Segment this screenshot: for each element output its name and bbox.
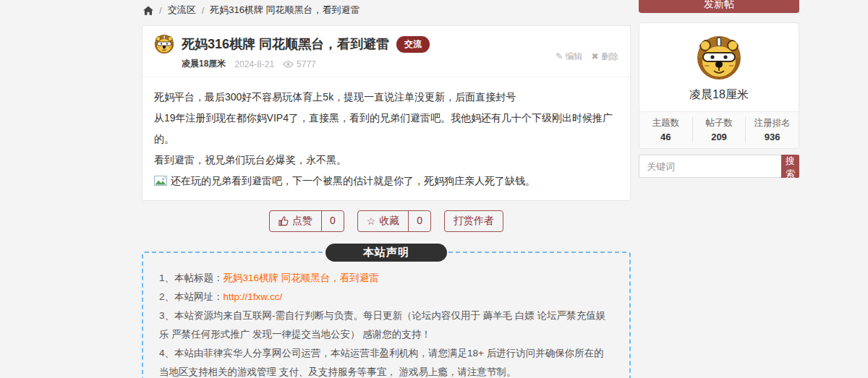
post-date: 2024-8-21 <box>234 59 274 69</box>
author-name[interactable]: 凌晨18厘米 <box>182 58 226 70</box>
stat-register-rank: 注册排名 936 <box>746 117 799 142</box>
star-icon: ☆ <box>367 215 376 227</box>
view-count: 5777 <box>297 59 316 69</box>
search-button[interactable]: 搜索 <box>781 155 799 178</box>
page-title: 死妈316棋牌 同花顺黑台，看到避雷 <box>182 35 389 53</box>
search-bar: 搜索 <box>639 155 799 178</box>
author-profile-card: 凌晨18厘米 主题数 46 帖子数 209 注册排名 936 <box>639 22 799 149</box>
main-column: / 交流区 / 死妈316棋牌 同花顺黑台，看到避雷 <box>142 0 631 378</box>
breadcrumb-separator: / <box>202 5 205 16</box>
reward-author-button[interactable]: 打赏作者 <box>444 210 503 232</box>
eye-icon <box>283 61 294 68</box>
author-avatar-large[interactable] <box>696 35 742 81</box>
declaration-item: 1、本帖标题：死妈316棋牌 同花顺黑台，看到避雷 <box>159 269 613 288</box>
breadcrumb-item-current: 死妈316棋牌 同花顺黑台，看到避雷 <box>210 4 359 17</box>
post-card: 死妈316棋牌 同花顺黑台，看到避雷 交流 凌晨18厘米 2024-8-21 5… <box>142 25 631 201</box>
action-bar: 点赞 0 ☆ 收藏 0 打赏作者 <box>142 210 631 232</box>
author-avatar-small[interactable] <box>154 34 174 54</box>
stat-topics: 主题数 46 <box>639 117 693 142</box>
new-post-button[interactable]: 发新帖 <box>639 0 799 13</box>
thumbs-up-icon <box>278 216 289 226</box>
favorite-button[interactable]: ☆ 收藏 0 <box>357 210 431 232</box>
stat-posts: 帖子数 209 <box>693 117 746 142</box>
declaration-post-link[interactable]: 死妈316棋牌 同花顺黑台，看到避雷 <box>224 272 379 283</box>
declaration-item: 3、本站资源均来自互联网-需自行判断与负责。每日更新（论坛内容仅用于 薅羊毛 白… <box>159 306 613 344</box>
post-paragraph: 还在玩的兄弟看到避雷吧，下一个被黑的估计就是你了，死妈狗庄亲人死了缺钱。 <box>154 171 618 192</box>
delete-button[interactable]: ✖ 删除 <box>592 51 618 63</box>
sidebar: 发新帖 凌晨18厘米 <box>639 0 799 178</box>
declaration-site-link[interactable]: http://1fxw.cc/ <box>224 291 283 302</box>
breadcrumb: / 交流区 / 死妈316棋牌 同花顺黑台，看到避雷 <box>142 0 631 25</box>
edit-button[interactable]: ✎ 编辑 <box>556 51 582 63</box>
declaration-title: 本站声明 <box>326 244 447 262</box>
post-body: 死妈平台，最后300好不容易玩体育上5k，提现一直说注单没更新，后面直接封号 从… <box>142 77 630 200</box>
breadcrumb-separator: / <box>159 5 162 16</box>
like-button[interactable]: 点赞 0 <box>269 210 344 232</box>
category-badge[interactable]: 交流 <box>396 36 430 53</box>
edit-icon: ✎ <box>556 51 563 61</box>
profile-stats: 主题数 46 帖子数 209 注册排名 936 <box>639 111 799 148</box>
search-input[interactable] <box>639 155 781 178</box>
site-declaration-box: 本站声明 1、本帖标题：死妈316棋牌 同花顺黑台，看到避雷 2、本站网址：ht… <box>142 252 631 378</box>
declaration-item: 4、本站由菲律宾华人分享网公司运营，本站运营非盈利机构，请您满足18+ 后进行访… <box>159 344 613 378</box>
post-meta: 凌晨18厘米 2024-8-21 5777 <box>182 58 618 70</box>
breadcrumb-item-forum[interactable]: 交流区 <box>168 4 196 17</box>
delete-icon: ✖ <box>592 51 599 61</box>
declaration-item: 2、本站网址：http://1fxw.cc/ <box>159 288 613 306</box>
post-header: 死妈316棋牌 同花顺黑台，看到避雷 交流 凌晨18厘米 2024-8-21 5… <box>142 26 630 77</box>
home-icon[interactable] <box>143 6 153 15</box>
favorite-count: 0 <box>408 211 430 231</box>
profile-username[interactable]: 凌晨18厘米 <box>639 87 799 103</box>
view-counter: 5777 <box>283 59 316 69</box>
broken-image-icon <box>154 172 167 182</box>
like-count: 0 <box>321 211 344 231</box>
post-paragraph: 死妈平台，最后300好不容易玩体育上5k，提现一直说注单没更新，后面直接封号 <box>154 87 618 108</box>
post-paragraph: 从19年注册到现在都你妈VIP4了，直接黑，看到的兄弟们避雷吧。我他妈还有几十个… <box>154 108 618 150</box>
post-operations: ✎ 编辑 ✖ 删除 <box>556 51 618 63</box>
post-paragraph: 看到避雷，祝兄弟们玩台必爆奖，永不黑。 <box>154 150 618 171</box>
